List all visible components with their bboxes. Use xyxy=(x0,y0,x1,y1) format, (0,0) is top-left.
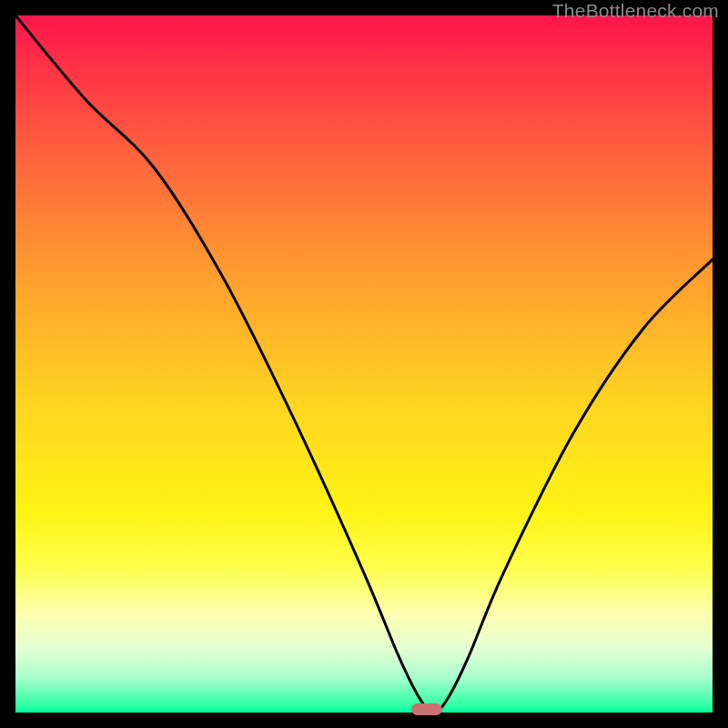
bottleneck-curve xyxy=(0,0,728,728)
optimal-marker xyxy=(411,703,442,715)
chart-frame: TheBottleneck.com xyxy=(0,0,728,728)
watermark-label: TheBottleneck.com xyxy=(552,0,719,22)
